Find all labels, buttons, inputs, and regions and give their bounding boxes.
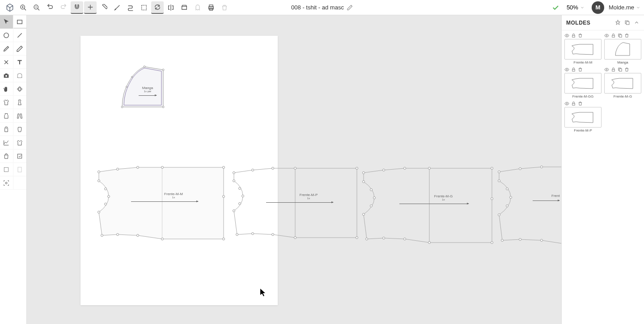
page-tool[interactable] xyxy=(13,163,26,176)
svg-point-60 xyxy=(428,242,431,244)
pattern-frente-mg[interactable]: Frente-M-G 1x xyxy=(358,149,496,246)
svg-point-82 xyxy=(498,214,500,216)
svg-point-58 xyxy=(491,167,493,170)
mesh-tool[interactable] xyxy=(13,82,26,96)
molde-item[interactable]: Frente-M-GG xyxy=(564,67,602,98)
eye-icon[interactable] xyxy=(604,67,609,72)
pattern3-tool[interactable] xyxy=(0,123,13,136)
molde-item[interactable]: Frente-M-M xyxy=(564,33,602,64)
svg-point-65 xyxy=(370,189,373,191)
select-area-icon[interactable] xyxy=(138,1,150,14)
user-avatar[interactable]: M xyxy=(592,1,604,14)
svg-rect-4 xyxy=(142,5,147,10)
pattern2-tool[interactable] xyxy=(13,109,26,123)
undo-icon[interactable] xyxy=(44,1,56,14)
zoom-in-icon[interactable] xyxy=(17,1,30,14)
svg-point-37 xyxy=(98,211,100,213)
pattern-frente-partial[interactable]: Frent xyxy=(493,148,561,246)
ghost-icon[interactable] xyxy=(191,1,204,14)
svg-point-69 xyxy=(491,198,493,200)
user-menu[interactable]: Molde.me xyxy=(609,4,640,11)
trash-icon[interactable] xyxy=(578,101,583,106)
panel-title: MOLDES xyxy=(566,20,590,26)
moldes-panel: MOLDES Frente-M-M Manga xyxy=(561,15,644,324)
scan-tool[interactable] xyxy=(0,176,13,190)
eye-icon[interactable] xyxy=(604,33,609,38)
circle-tool[interactable] xyxy=(0,29,13,42)
collapse-icon[interactable] xyxy=(634,20,640,26)
close-tool[interactable] xyxy=(0,55,13,69)
pattern1-tool[interactable] xyxy=(0,109,13,123)
line-tool[interactable] xyxy=(13,29,26,42)
logo-icon[interactable] xyxy=(4,1,16,14)
molde-item[interactable]: Frente-M-P xyxy=(564,101,602,132)
zoom-value: 50% xyxy=(567,4,578,11)
redo-icon[interactable] xyxy=(57,1,70,14)
export-tool[interactable] xyxy=(13,149,26,163)
trash-icon[interactable] xyxy=(578,67,583,72)
empty-tool xyxy=(13,176,26,190)
rectangle-tool[interactable] xyxy=(13,15,26,29)
snap-icon[interactable] xyxy=(71,1,83,14)
layers-icon[interactable] xyxy=(178,1,191,14)
copy-icon[interactable] xyxy=(618,67,623,72)
canvas[interactable]: Manga 1x par Frente-M-M 1x xyxy=(27,15,561,324)
svg-point-33 xyxy=(98,180,100,182)
measure-icon[interactable] xyxy=(111,1,123,14)
pencil-tool[interactable] xyxy=(13,42,26,55)
pattern-frente-mm[interactable]: Frente-M-M 1x xyxy=(93,149,227,243)
lock-icon[interactable] xyxy=(611,67,616,72)
mirror-icon[interactable] xyxy=(165,1,177,14)
zoom-out-icon[interactable] xyxy=(30,1,43,14)
eye-icon[interactable] xyxy=(564,67,569,72)
svg-point-61 xyxy=(404,238,406,240)
molde-item[interactable]: Frente-M-G xyxy=(604,67,641,98)
trash-icon[interactable] xyxy=(578,33,583,38)
pattern-manga[interactable]: Manga 1x par xyxy=(119,64,168,111)
copy-icon[interactable] xyxy=(618,33,623,38)
lock-icon[interactable] xyxy=(571,33,576,38)
trash-icon[interactable] xyxy=(624,33,629,38)
shape-tool[interactable] xyxy=(13,69,26,82)
select-tool[interactable] xyxy=(0,15,13,29)
path-icon[interactable] xyxy=(124,1,137,14)
eye-icon[interactable] xyxy=(564,101,569,106)
svg-point-53 xyxy=(233,210,235,212)
text-tool[interactable] xyxy=(13,55,26,69)
pattern4-tool[interactable] xyxy=(13,123,26,136)
svg-point-25 xyxy=(137,166,139,169)
hand-tool[interactable] xyxy=(0,82,13,96)
eye-icon[interactable] xyxy=(564,33,569,38)
svg-point-24 xyxy=(117,168,119,171)
chevron-down-icon xyxy=(636,5,640,10)
grid-icon[interactable] xyxy=(84,1,97,14)
lock-icon[interactable] xyxy=(611,33,616,38)
molde-item[interactable]: Manga xyxy=(604,33,641,64)
pen-tool[interactable] xyxy=(0,42,13,55)
shirt2-tool[interactable] xyxy=(13,136,26,149)
lock-icon[interactable] xyxy=(571,101,576,106)
copy-icon[interactable] xyxy=(624,20,630,26)
pin-icon[interactable] xyxy=(615,20,621,26)
zoom-select[interactable]: 50% xyxy=(564,3,587,12)
trash-icon[interactable] xyxy=(624,67,629,72)
svg-point-64 xyxy=(363,181,365,183)
print-icon[interactable] xyxy=(205,1,217,14)
refresh-icon[interactable] xyxy=(151,1,164,14)
edit-title-icon[interactable] xyxy=(347,4,353,11)
delete-icon[interactable] xyxy=(218,1,231,14)
top-toolbar: 008 - tshit - ad masc 50% M Molde.me xyxy=(0,0,644,15)
svg-point-77 xyxy=(501,239,504,242)
ruler-icon[interactable] xyxy=(97,1,110,14)
pattern-frente-mp[interactable]: Frente-M-P 1x xyxy=(228,150,362,242)
svg-point-84 xyxy=(566,35,568,36)
svg-point-32 xyxy=(101,234,103,237)
dress-tool[interactable] xyxy=(13,96,26,109)
graph-tool[interactable] xyxy=(0,136,13,149)
lock-icon[interactable] xyxy=(571,67,576,72)
camera-tool[interactable] xyxy=(0,69,13,82)
layout-tool[interactable] xyxy=(0,163,13,176)
svg-point-19 xyxy=(162,106,164,108)
bag-tool[interactable] xyxy=(0,149,13,163)
shirt-tool[interactable] xyxy=(0,96,13,109)
